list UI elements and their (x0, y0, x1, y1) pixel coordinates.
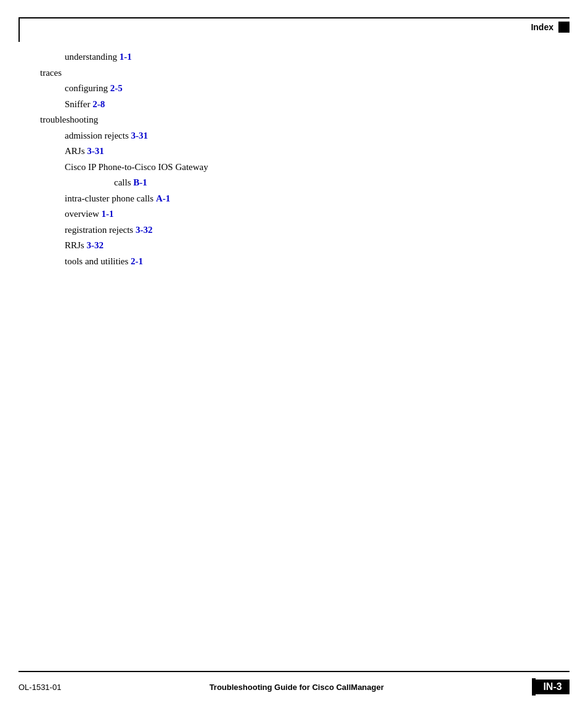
entry-text: intra-cluster phone calls (65, 193, 156, 203)
list-item: overview 1-1 (65, 206, 548, 222)
list-item: troubleshooting (40, 112, 548, 128)
entry-text: ARJs (65, 146, 87, 156)
list-item: traces (40, 65, 548, 81)
entry-text: troubleshooting (40, 115, 98, 124)
list-item: ARJs 3-31 (65, 144, 548, 160)
list-item: configuring 2-5 (65, 81, 548, 97)
entry-link[interactable]: 1-1 (120, 52, 132, 62)
list-item: tools and utilities 2-1 (65, 254, 548, 270)
list-item: understanding 1-1 (65, 49, 548, 65)
bottom-border (18, 671, 570, 672)
entry-text-continuation: calls (114, 177, 133, 187)
main-content: understanding 1-1 traces configuring 2-5… (40, 49, 548, 269)
page-container: Index understanding 1-1 traces configuri… (0, 0, 588, 714)
list-item: registration rejects 3-32 (65, 222, 548, 238)
list-item: intra-cluster phone calls A-1 (65, 191, 548, 207)
footer-page-label: IN-3 (536, 680, 570, 694)
entry-link[interactable]: 2-8 (92, 99, 105, 109)
entry-text: Cisco IP Phone-to-Cisco IOS Gateway (65, 162, 208, 172)
footer: OL-1531-01 Troubleshooting Guide for Cis… (18, 678, 570, 696)
entry-link[interactable]: B-1 (133, 177, 147, 187)
list-item: Sniffer 2-8 (65, 97, 548, 113)
entry-link[interactable]: 3-32 (86, 240, 104, 250)
footer-title: Troubleshooting Guide for Cisco CallMana… (73, 683, 520, 692)
top-border (18, 17, 570, 18)
entry-text: tools and utilities (65, 256, 131, 266)
entry-text: Sniffer (65, 99, 92, 109)
footer-doc-number: OL-1531-01 (18, 683, 61, 692)
entry-text: understanding (65, 52, 120, 62)
footer-page-box: IN-3 (532, 678, 570, 696)
entry-text: overview (65, 209, 102, 219)
list-item: admission rejects 3-31 (65, 128, 548, 144)
entry-link[interactable]: 3-32 (136, 225, 153, 235)
list-item: Cisco IP Phone-to-Cisco IOS Gateway call… (65, 160, 548, 191)
entry-text: registration rejects (65, 225, 136, 235)
header-index-label: Index (531, 22, 553, 32)
entry-link[interactable]: 3-31 (87, 146, 104, 156)
entry-link[interactable]: 1-1 (102, 209, 114, 219)
entry-link[interactable]: A-1 (156, 193, 170, 203)
header-index-box (558, 22, 570, 33)
entry-text: configuring (65, 83, 110, 93)
entry-link[interactable]: 2-1 (131, 256, 143, 266)
entry-link[interactable]: 3-31 (131, 131, 148, 140)
entry-link[interactable]: 2-5 (110, 83, 123, 93)
list-item: RRJs 3-32 (65, 238, 548, 254)
entry-text: traces (40, 68, 62, 78)
header: Index (18, 22, 570, 33)
entry-text: RRJs (65, 240, 86, 250)
entry-text: admission rejects (65, 131, 131, 140)
